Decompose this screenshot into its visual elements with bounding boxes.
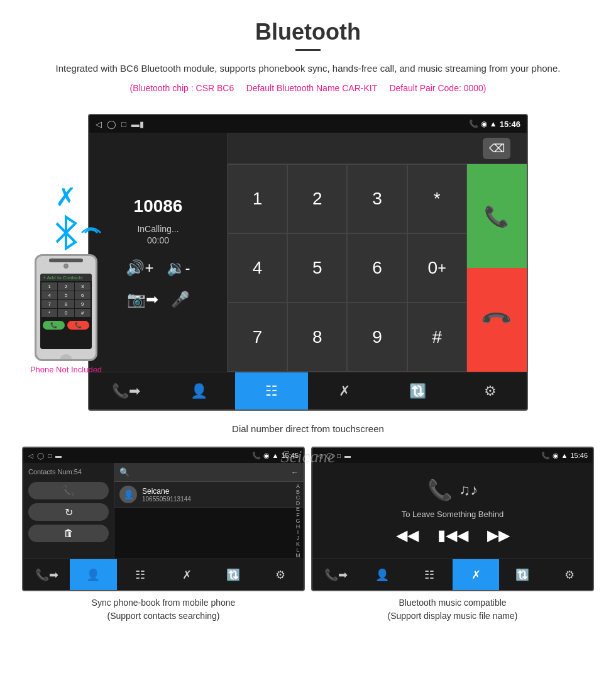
title-divider bbox=[295, 49, 321, 51]
music-bottom-nav: 📞➡ 👤 ☷ ✗ 🔃 ⚙ bbox=[312, 559, 593, 590]
music-caption-line1: Bluetooth music compatible bbox=[399, 598, 506, 608]
prev-track-button[interactable]: ◀◀ bbox=[396, 526, 419, 544]
music-song-title: To Leave Something Behind bbox=[402, 510, 504, 519]
volume-down-icon[interactable]: 🔉- bbox=[167, 259, 190, 277]
call-action-button[interactable]: 📞 bbox=[28, 482, 109, 499]
nav-contacts[interactable]: 👤 bbox=[162, 372, 235, 409]
music-nav-keypad[interactable]: ☷ bbox=[406, 559, 453, 590]
status-right-icons: 📞 ◉ ▲ 15:46 bbox=[469, 120, 520, 129]
contact-list-item[interactable]: 👤 Seicane 10655059113144 bbox=[114, 482, 304, 508]
main-phone-screen: ◁ ◯ □ ▬▮ 📞 ◉ ▲ 15:46 10086 In bbox=[88, 114, 528, 411]
music-caption: Bluetooth music compatible (Support disp… bbox=[311, 596, 594, 623]
search-icon: 🔍 bbox=[119, 467, 129, 477]
dial-input-row bbox=[228, 133, 467, 164]
recents-nav-icon: □ bbox=[121, 120, 126, 129]
end-phone-icon: 📞 bbox=[480, 303, 514, 337]
panel-nav-phone[interactable]: 📞➡ bbox=[23, 559, 70, 590]
accept-phone-icon: 📞 bbox=[484, 204, 509, 228]
delete-action-button[interactable]: 🗑 bbox=[28, 525, 109, 542]
bottom-panels: ◁ ◯ □ ▬ 📞 ◉ ▲ 15:45 Contacts bbox=[19, 447, 597, 623]
key-8[interactable]: 8 bbox=[287, 303, 347, 372]
music-icon-area: 📞 ♫♪ bbox=[427, 478, 478, 502]
key-4[interactable]: 4 bbox=[228, 233, 287, 303]
call-end-button[interactable]: 📞 bbox=[467, 268, 527, 372]
call-buttons: 📞 📞 bbox=[467, 164, 527, 372]
music-panel: ◁ ◯ □ ▬ 📞 ◉ ▲ 15:46 📞 bbox=[311, 447, 594, 623]
next-track-button[interactable]: ▶▶ bbox=[487, 526, 510, 544]
key-3[interactable]: 3 bbox=[347, 164, 407, 233]
music-nav-phone[interactable]: 📞➡ bbox=[312, 559, 359, 590]
music-phone-icon: 📞 bbox=[427, 478, 453, 502]
music-nav-settings[interactable]: ⚙ bbox=[546, 559, 593, 590]
main-status-time: 15:46 bbox=[500, 120, 520, 129]
contact-number: 10655059113144 bbox=[142, 496, 191, 503]
contacts-content: Contacts Num:54 📞 ↻ 🗑 🔍 ← bbox=[23, 463, 304, 559]
skip-back-button[interactable]: ▮◀◀ bbox=[437, 526, 468, 544]
music-screen: ◁ ◯ □ ▬ 📞 ◉ ▲ 15:46 📞 bbox=[311, 447, 594, 591]
key-1[interactable]: 1 bbox=[228, 164, 287, 233]
panel-nav-transfer[interactable]: 🔃 bbox=[210, 559, 256, 590]
signal-arcs-icon bbox=[79, 220, 104, 245]
key-6[interactable]: 6 bbox=[347, 233, 407, 303]
calling-time: 00:00 bbox=[137, 235, 179, 245]
main-bottom-nav: 📞➡ 👤 ☷ ✗ 🔃 ⚙ bbox=[89, 372, 527, 409]
volume-up-icon[interactable]: 🔊+ bbox=[126, 259, 153, 277]
contacts-screen: ◁ ◯ □ ▬ 📞 ◉ ▲ 15:45 Contacts bbox=[22, 447, 305, 591]
music-nav-contacts[interactable]: 👤 bbox=[359, 559, 405, 590]
page-wrapper: Bluetooth Integrated with BC6 Bluetooth … bbox=[0, 0, 616, 542]
panel-nav-settings[interactable]: ⚙ bbox=[257, 559, 304, 590]
left-phone-area: ✗ + Add to Contacts 1 2 3 bbox=[13, 182, 119, 374]
search-input[interactable] bbox=[133, 467, 287, 477]
key-2[interactable]: 2 bbox=[287, 164, 347, 233]
microphone-icon[interactable]: 🎤 bbox=[171, 291, 190, 308]
nav-bluetooth[interactable]: ✗ bbox=[308, 372, 381, 409]
name-label: Default Bluetooth Name CAR-KIT bbox=[246, 83, 377, 93]
contacts-caption: Sync phone-book from mobile phone (Suppo… bbox=[22, 596, 305, 623]
wifi-status-icon: ▲ bbox=[490, 120, 497, 128]
header-description: Integrated with BC6 Bluetooth module, su… bbox=[38, 61, 578, 76]
nav-keypad[interactable]: ☷ bbox=[235, 372, 308, 409]
backspace-button[interactable]: ⌫ bbox=[483, 138, 510, 159]
keypad-grid: 1 2 3 * 4 5 6 0+ 7 8 9 # bbox=[228, 164, 467, 372]
watermark: Seicane bbox=[0, 447, 616, 467]
dial-content: 10086 InCalling... 00:00 🔊+ 🔉- 📷➡ 🎤 bbox=[89, 133, 527, 372]
back-nav-icon: ◁ bbox=[96, 120, 102, 129]
music-caption-line2: (Support display music file name) bbox=[388, 611, 518, 621]
contact-avatar: 👤 bbox=[119, 486, 137, 503]
phone-home-button[interactable] bbox=[60, 354, 72, 361]
key-5[interactable]: 5 bbox=[287, 233, 347, 303]
key-9[interactable]: 9 bbox=[347, 303, 407, 372]
panel-nav-contacts-active[interactable]: 👤 bbox=[70, 559, 116, 590]
volume-controls: 🔊+ 🔉- bbox=[126, 259, 190, 277]
music-nav-bluetooth-active[interactable]: ✗ bbox=[453, 559, 499, 590]
home-nav-icon: ◯ bbox=[107, 120, 116, 129]
backspace-search-icon[interactable]: ← bbox=[291, 468, 299, 477]
contacts-sidebar: Contacts Num:54 📞 ↻ 🗑 bbox=[23, 463, 114, 559]
key-hash[interactable]: # bbox=[407, 303, 467, 372]
panel-nav-bluetooth[interactable]: ✗ bbox=[163, 559, 210, 590]
nav-device-transfer[interactable]: 🔃 bbox=[381, 372, 454, 409]
dial-right-panel: ⌫ 1 2 3 * 4 5 6 0+ 7 8 9 bbox=[228, 133, 527, 372]
location-status-icon: ◉ bbox=[481, 120, 487, 128]
action-controls: 📷➡ 🎤 bbox=[127, 291, 190, 308]
contacts-caption-line2: (Support contacts searching) bbox=[107, 611, 220, 621]
panel-nav-keypad[interactable]: ☷ bbox=[117, 559, 163, 590]
alpha-m[interactable]: M bbox=[295, 553, 300, 559]
sync-action-button[interactable]: ↻ bbox=[28, 503, 109, 521]
call-status-icon: 📞 bbox=[469, 120, 478, 128]
chip-label: (Bluetooth chip : CSR BC6 bbox=[129, 83, 234, 93]
main-caption: Dial number direct from touchscreen bbox=[0, 423, 616, 434]
bluetooth-icon-large: ✗ bbox=[13, 182, 119, 211]
key-0plus[interactable]: 0+ bbox=[407, 233, 467, 303]
contacts-caption-line1: Sync phone-book from mobile phone bbox=[92, 598, 236, 608]
key-7[interactable]: 7 bbox=[228, 303, 287, 372]
contacts-empty-area bbox=[114, 508, 304, 559]
dial-calling-info: InCalling... 00:00 bbox=[137, 224, 179, 245]
phone-transfer-icon[interactable]: 📷➡ bbox=[127, 291, 158, 308]
key-star[interactable]: * bbox=[407, 164, 467, 233]
nav-phone-transfer[interactable]: 📞➡ bbox=[89, 372, 162, 409]
music-nav-transfer[interactable]: 🔃 bbox=[499, 559, 546, 590]
call-accept-button[interactable]: 📞 bbox=[467, 164, 527, 268]
nav-settings[interactable]: ⚙ bbox=[454, 372, 527, 409]
backspace-btn-container: ⌫ bbox=[467, 133, 527, 164]
